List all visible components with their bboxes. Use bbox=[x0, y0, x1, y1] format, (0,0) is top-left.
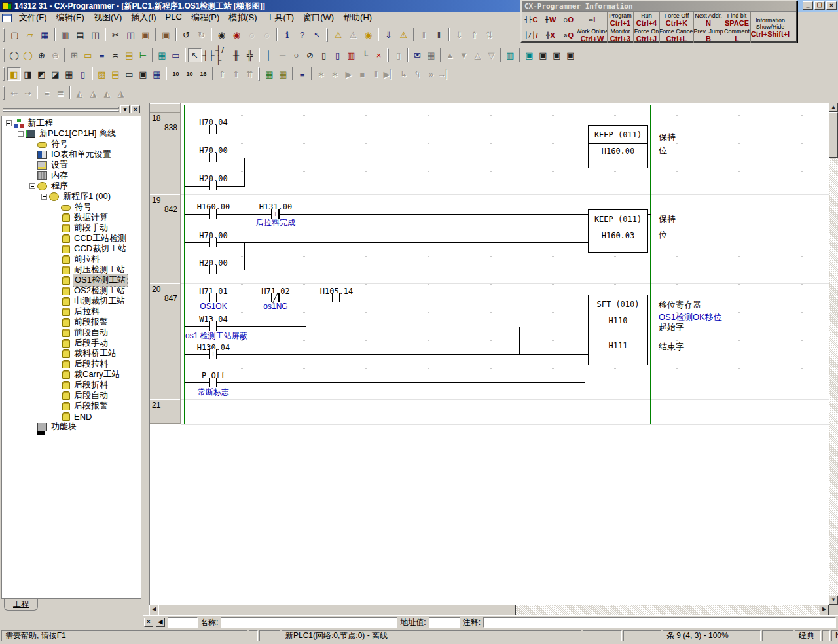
no-contact[interactable] bbox=[332, 293, 340, 302]
tree-item[interactable]: 后段折料 bbox=[2, 380, 141, 390]
show-grid-button[interactable]: ⊞ bbox=[67, 48, 81, 62]
monitor-decimal-button[interactable]: 10 bbox=[169, 67, 183, 81]
keep-instruction-block[interactable]: KEEP (011) H160.00 bbox=[588, 125, 648, 168]
tree-item[interactable]: 后段拉料 bbox=[2, 359, 141, 369]
toggle-project-window-button[interactable]: ◧ bbox=[7, 67, 21, 81]
shortcut-new-coil-nc[interactable]: ⊘Q bbox=[560, 27, 577, 43]
restore-button[interactable]: ❐ bbox=[814, 1, 825, 10]
expansion-instruction-tool-button[interactable]: ▯ bbox=[331, 48, 344, 62]
menu-item[interactable]: 视图(V) bbox=[89, 11, 126, 24]
tree-item[interactable]: 前拉料 bbox=[2, 254, 141, 264]
symbol-tree-button[interactable]: ⊢ bbox=[136, 48, 150, 62]
print-button[interactable]: ▤ bbox=[73, 28, 88, 42]
shortcut-or-contact-nc[interactable]: ╬X bbox=[541, 27, 560, 43]
tree-item[interactable]: 新工程 bbox=[2, 118, 141, 128]
no-contact[interactable] bbox=[209, 238, 217, 247]
keep-instruction-block[interactable]: KEEP (011) H160.03 bbox=[588, 209, 648, 253]
scroll-up-button[interactable]: ▲ bbox=[829, 103, 838, 112]
shortcut-find-bit[interactable]: Find bitSPACE bbox=[723, 12, 750, 27]
no-contact[interactable] bbox=[209, 181, 217, 190]
menu-item[interactable]: 文件(F) bbox=[14, 11, 52, 24]
shortcut-information-toggle[interactable]: Information Show/Hide Ctrl+Shift+I bbox=[751, 12, 790, 43]
address-input[interactable] bbox=[429, 617, 460, 628]
horizontal-scroll-thumb[interactable] bbox=[158, 605, 516, 615]
vertical-scroll-thumb[interactable] bbox=[829, 112, 838, 158]
shortcut-new-contact[interactable]: ┤├C bbox=[522, 12, 541, 27]
invert-instruction-tool-button[interactable]: ▥ bbox=[344, 48, 358, 62]
horizontal-line-tool-button[interactable]: ─ bbox=[276, 48, 289, 62]
or-contact-tool-button[interactable]: ╫ bbox=[229, 48, 243, 62]
or-contact-nc-tool-button[interactable]: ╬ bbox=[243, 48, 257, 62]
name-input[interactable] bbox=[221, 617, 397, 628]
shortcut-or-contact[interactable]: ╫W bbox=[541, 12, 560, 27]
menu-item[interactable]: 编程(P) bbox=[187, 11, 224, 24]
shortcut-work-online[interactable]: Work OnlineCtrl+W bbox=[577, 27, 607, 43]
new-button[interactable]: ▢ bbox=[7, 28, 22, 42]
vertical-line-tool-button[interactable]: │ bbox=[262, 48, 276, 62]
tree-item[interactable]: IO表和单元设置 bbox=[2, 149, 141, 160]
toolbar-grip[interactable] bbox=[3, 67, 5, 81]
symbol-bar-close-button[interactable]: × bbox=[144, 618, 153, 627]
shortcut-new-instruction[interactable]: ▭I bbox=[577, 12, 607, 27]
zoom-in-button[interactable]: ⊕ bbox=[35, 48, 48, 62]
shortcut-force-off[interactable]: Force OffCtrl+K bbox=[660, 12, 693, 27]
toggle-address-window-button[interactable]: ▦ bbox=[62, 67, 76, 81]
symbol-bar-scroll-button[interactable]: ◀ bbox=[156, 618, 165, 627]
about-button[interactable]: ℹ bbox=[280, 28, 295, 42]
menu-item[interactable]: 模拟(S) bbox=[224, 11, 261, 24]
pause-button[interactable]: ‖ bbox=[431, 28, 446, 42]
monitor-signed-decimal-button[interactable]: 10 bbox=[183, 67, 196, 81]
copy-button[interactable]: ◫ bbox=[123, 28, 138, 42]
open-button[interactable]: ▱ bbox=[22, 28, 37, 42]
toolbar-grip[interactable] bbox=[326, 28, 328, 42]
tree-item[interactable]: 后段报警 bbox=[2, 401, 141, 411]
program-check-button[interactable]: ▦ bbox=[424, 48, 438, 62]
tree-item[interactable]: 电测裁切工站 bbox=[2, 296, 141, 306]
cut-button[interactable]: ✂ bbox=[108, 28, 123, 42]
toggle-output-window-button[interactable]: ◨ bbox=[21, 67, 35, 81]
tree-item[interactable]: CCD工站检测 bbox=[2, 233, 141, 243]
contact-tool-button[interactable]: ┤├ bbox=[202, 48, 215, 62]
program-mail-button[interactable]: ✉ bbox=[410, 48, 424, 62]
tree-item[interactable]: 符号 bbox=[2, 139, 141, 149]
zoom-tool-button[interactable]: ◯ bbox=[7, 48, 21, 62]
rung-margin[interactable]: 20 847 bbox=[150, 283, 181, 399]
find-report-button[interactable]: ◉ bbox=[361, 28, 376, 42]
tree-item[interactable]: 符号 bbox=[2, 202, 141, 212]
shortcut-comment[interactable]: CommentL bbox=[723, 27, 750, 43]
scroll-down-button[interactable]: ▼ bbox=[829, 596, 838, 605]
work-online-button[interactable]: ▦ bbox=[276, 67, 290, 81]
toolbar-grip[interactable] bbox=[387, 48, 389, 62]
monitor-hex-button[interactable]: 16 bbox=[196, 67, 210, 81]
tree-item[interactable]: CCD裁切工站 bbox=[2, 243, 141, 254]
paste-rung-button[interactable]: ▣ bbox=[158, 28, 173, 42]
sft-instruction-block[interactable]: SFT (010) H110 H111 bbox=[588, 295, 648, 365]
scroll-left-button[interactable]: ◀ bbox=[149, 605, 158, 615]
tree-item[interactable]: 前段手动 bbox=[2, 223, 141, 233]
find-button[interactable]: ◉ bbox=[214, 28, 229, 42]
monitor-view-button[interactable]: ▭ bbox=[122, 67, 136, 81]
tree-item[interactable]: 前段自动 bbox=[2, 327, 141, 338]
view-mnemonics-button[interactable]: ▦ bbox=[155, 48, 169, 62]
instruction-tool-button[interactable]: ▯ bbox=[317, 48, 331, 62]
replace-button[interactable]: ◉ bbox=[229, 28, 244, 42]
watch-window-2-button[interactable]: ▣ bbox=[536, 48, 550, 62]
workspace-pin-button[interactable]: ▾ bbox=[120, 105, 130, 113]
tree-item[interactable]: OS2检测工站 bbox=[2, 285, 141, 296]
shortcut-new-contact-nc[interactable]: ┤/├/ bbox=[522, 27, 541, 43]
tree-item[interactable]: 后段手动 bbox=[2, 338, 141, 348]
no-contact[interactable] bbox=[209, 293, 217, 302]
shortcut-force-on[interactable]: Force OnCtrl+J bbox=[634, 27, 659, 43]
tree-expand-icon[interactable] bbox=[29, 183, 35, 189]
tree-item[interactable]: 程序 bbox=[2, 181, 141, 191]
menu-item[interactable]: 窗口(W) bbox=[299, 11, 338, 24]
pane-splitter[interactable] bbox=[143, 103, 149, 614]
compile-button[interactable]: ⚠ bbox=[331, 28, 346, 42]
tree-item[interactable]: OS1检测工站 bbox=[2, 275, 141, 285]
dialog-view-button[interactable]: ▣ bbox=[136, 67, 150, 81]
toolbar-grip[interactable] bbox=[3, 48, 5, 62]
watch-window-3-button[interactable]: ▣ bbox=[550, 48, 564, 62]
no-contact[interactable] bbox=[209, 378, 217, 387]
toolbar-grip[interactable] bbox=[3, 28, 5, 42]
watch-window-1-button[interactable]: ▣ bbox=[522, 48, 536, 62]
